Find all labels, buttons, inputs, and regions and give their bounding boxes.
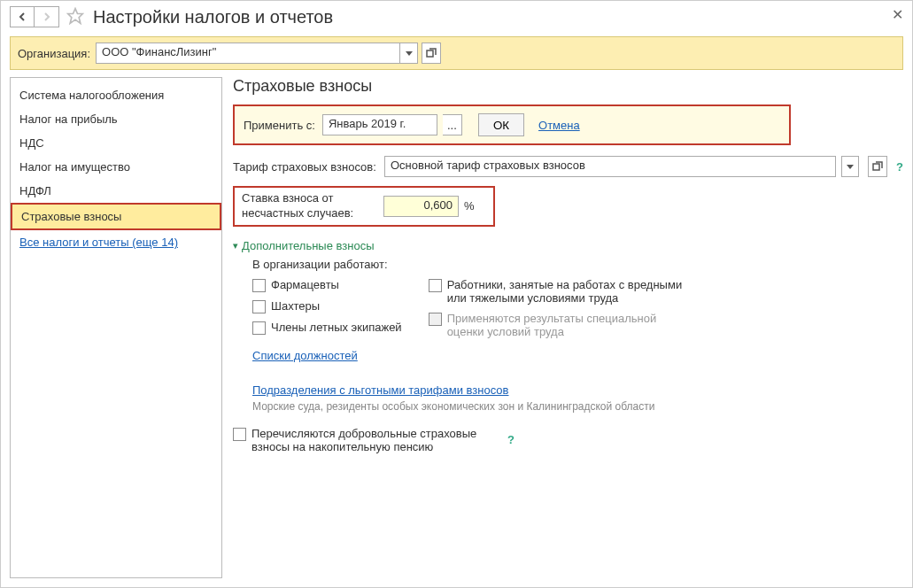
sidebar-item-property-tax[interactable]: Налог на имущество: [11, 155, 221, 179]
sidebar-all-taxes-link[interactable]: Все налоги и отчеты (еще 14): [11, 230, 221, 254]
nav-back-button[interactable]: [10, 6, 35, 27]
organization-bar: Организация: ООО "ФинансЛизинг": [10, 36, 903, 70]
sidebar-item-ndfl[interactable]: НДФЛ: [11, 179, 221, 203]
sidebar-item-insurance[interactable]: Страховые взносы: [11, 203, 221, 230]
benefit-units-note: Морские суда, резиденты особых экономиче…: [252, 400, 903, 413]
org-workers-label: В организации работают:: [252, 258, 903, 271]
tariff-dropdown-button[interactable]: [841, 156, 859, 177]
svg-marker-1: [406, 51, 413, 56]
checkbox-hazardous-workers[interactable]: Работники, занятые на работах с вредными…: [429, 278, 694, 305]
checkbox-flight-crew[interactable]: Члены летных экипажей: [252, 321, 402, 335]
help-icon[interactable]: ?: [507, 433, 515, 446]
checkbox-pharmacists[interactable]: Фармацевты: [252, 278, 402, 292]
content-area: Страховые взносы Применить с: Январь 201…: [233, 77, 903, 578]
apply-date-input[interactable]: Январь 2019 г.: [322, 114, 437, 135]
tariff-label: Тариф страховых взносов:: [233, 160, 379, 174]
accident-rate-box: Ставка взноса от несчастных случаев: 0,6…: [233, 186, 495, 227]
sidebar: Система налогообложения Налог на прибыль…: [10, 77, 222, 578]
sidebar-item-label: Страховые взносы: [12, 205, 220, 228]
svg-marker-0: [68, 8, 83, 23]
organization-label: Организация:: [18, 47, 90, 60]
content-heading: Страховые взносы: [233, 77, 903, 96]
ok-button[interactable]: ОК: [478, 113, 524, 136]
checkbox-special-assessment: Применяются результаты специальной оценк…: [429, 312, 694, 338]
nav-forward-button[interactable]: [35, 6, 59, 27]
help-icon[interactable]: ?: [896, 160, 903, 174]
cancel-link[interactable]: Отмена: [538, 119, 580, 132]
svg-rect-4: [873, 164, 879, 170]
sidebar-item-tax-system[interactable]: Система налогообложения: [11, 83, 221, 107]
checkbox-miners[interactable]: Шахтеры: [252, 299, 402, 313]
page-title: Настройки налогов и отчетов: [93, 7, 333, 27]
svg-marker-3: [847, 165, 854, 169]
accident-rate-label: Ставка взноса от несчастных случаев:: [242, 191, 383, 221]
benefit-units-link[interactable]: Подразделения с льготными тарифами взнос…: [252, 383, 509, 397]
sidebar-item-vat[interactable]: НДС: [11, 131, 221, 155]
tariff-open-button[interactable]: [868, 156, 887, 177]
additional-contributions-toggle[interactable]: ▾ Дополнительные взносы: [233, 239, 903, 252]
svg-rect-2: [427, 50, 433, 57]
positions-list-link[interactable]: Списки должностей: [252, 349, 358, 362]
accident-rate-input[interactable]: 0,600: [383, 196, 459, 217]
organization-input[interactable]: ООО "ФинансЛизинг": [96, 43, 400, 64]
favorite-icon[interactable]: [66, 7, 84, 27]
percent-unit: %: [464, 199, 475, 213]
additional-contributions-label: Дополнительные взносы: [242, 239, 375, 252]
tariff-input[interactable]: Основной тариф страховых взносов: [384, 156, 836, 177]
organization-open-button[interactable]: [422, 43, 441, 64]
chevron-down-icon: ▾: [233, 240, 238, 251]
sidebar-item-profit-tax[interactable]: Налог на прибыль: [11, 107, 221, 131]
organization-dropdown-button[interactable]: [400, 43, 418, 64]
close-icon[interactable]: ✕: [892, 6, 903, 23]
checkbox-voluntary-contributions[interactable]: Перечисляются добровольные страховые взн…: [233, 427, 499, 453]
apply-from-label: Применить с:: [244, 119, 315, 132]
apply-from-box: Применить с: Январь 2019 г. ... ОК Отмен…: [233, 104, 791, 145]
date-picker-button[interactable]: ...: [443, 114, 462, 135]
